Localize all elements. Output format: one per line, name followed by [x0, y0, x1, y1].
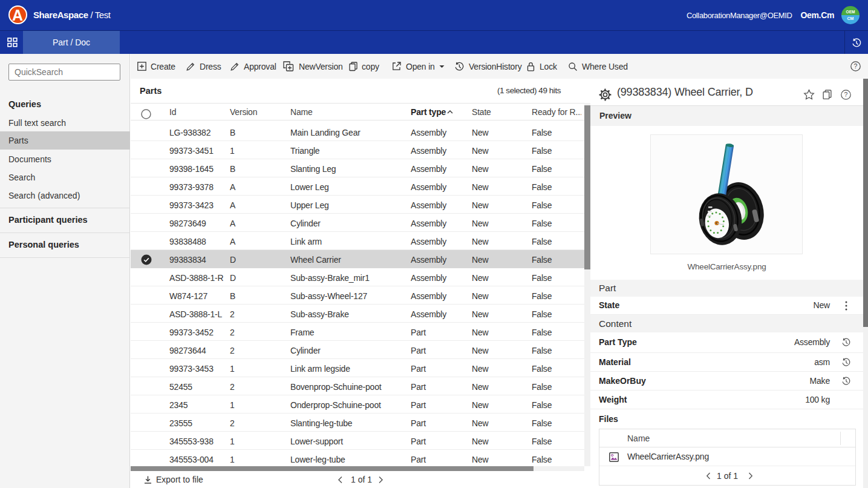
svg-text:?: ? — [844, 91, 848, 98]
svg-text:?: ? — [854, 62, 858, 70]
